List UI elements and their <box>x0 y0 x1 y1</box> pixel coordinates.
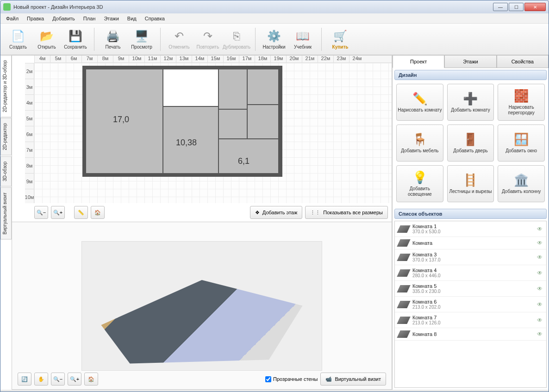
window-icon: 🪟 <box>514 132 529 147</box>
menu-edit[interactable]: Правка <box>23 15 48 22</box>
box-icon <box>397 269 410 277</box>
draw-room-button[interactable]: ✏️Нарисовать комнату <box>396 84 443 121</box>
buy-button[interactable]: 🛒Купить <box>326 27 354 51</box>
settings-button[interactable]: ⚙️Настройки <box>260 27 288 51</box>
menu-add[interactable]: Добавить <box>49 15 79 22</box>
file-icon: 📄 <box>11 29 25 44</box>
dimensions-icon: ⋮⋮ <box>310 210 320 216</box>
transparent-walls-checkbox[interactable]: Прозрачные стены <box>265 376 318 382</box>
add-door-button[interactable]: 🚪Добавить дверь <box>447 124 494 162</box>
object-row[interactable]: Комната 6213.0 x 202.0👁 <box>395 297 546 312</box>
home-button[interactable]: 🏠 <box>91 206 105 219</box>
floor-plan[interactable]: 17,0 10,38 6,1 <box>85 68 281 189</box>
eye-icon[interactable]: 👁 <box>537 301 543 308</box>
eye-icon[interactable]: 👁 <box>537 286 543 292</box>
eye-icon[interactable]: 👁 <box>537 240 543 246</box>
pan-button[interactable]: ✋ <box>34 373 48 386</box>
side-tabs: 2D-редактор и 3D-обзор 2D-редактор 3D-об… <box>0 55 12 390</box>
minimize-button[interactable]: — <box>493 3 508 11</box>
menu-floors[interactable]: Этажи <box>100 15 122 22</box>
menubar: Файл Правка Добавить План Этажи Вид Спра… <box>0 13 549 24</box>
redo-button[interactable]: ↷Повторить <box>194 27 222 51</box>
print-button[interactable]: 🖨️Печать <box>99 27 127 51</box>
objects-section-header: Список объектов <box>394 209 547 219</box>
object-row[interactable]: Комната 5335.0 x 230.0👁 <box>395 281 546 297</box>
redo-icon: ↷ <box>200 29 215 44</box>
object-name: Комната 7 <box>412 315 533 320</box>
rotate-360-button[interactable]: 🔄 <box>18 373 31 386</box>
stairs-button[interactable]: 🪜Лестницы и вырезы <box>447 165 494 202</box>
tab-2d-3d[interactable]: 2D-редактор и 3D-обзор <box>0 55 12 117</box>
show-dimensions-button[interactable]: ⋮⋮Показывать все размеры <box>305 206 388 219</box>
menu-help[interactable]: Справка <box>141 15 168 22</box>
add-furniture-button[interactable]: 🪑Добавить мебель <box>396 124 443 162</box>
add-light-button[interactable]: 💡Добавить освещение <box>396 165 443 202</box>
zoom-in-button[interactable]: 🔍+ <box>51 206 65 219</box>
add-window-button[interactable]: 🪟Добавить окно <box>498 124 545 162</box>
eye-icon[interactable]: 👁 <box>537 270 543 276</box>
object-row[interactable]: Комната 7213.0 x 126.0👁 <box>395 312 546 328</box>
menu-plan[interactable]: План <box>80 15 100 22</box>
box-icon <box>397 285 410 292</box>
layers-icon: ❖ <box>255 210 260 216</box>
tab-floors[interactable]: Этажи <box>444 55 496 68</box>
object-list-items[interactable]: Комната 1370.0 x 530.0👁Комната👁Комната 3… <box>394 221 547 388</box>
measure-button[interactable]: 📏 <box>74 206 88 219</box>
tab-3d-view[interactable]: 3D-обзор <box>0 156 12 187</box>
add-floor-button[interactable]: ❖Добавить этаж <box>250 206 302 219</box>
eye-icon[interactable]: 👁 <box>537 331 543 337</box>
door-icon: 🚪 <box>463 132 478 147</box>
home-3d-button[interactable]: 🏠 <box>84 373 98 386</box>
zoom-in-3d-button[interactable]: 🔍+ <box>68 373 81 386</box>
hand-icon: ✋ <box>38 376 44 382</box>
cart-icon: 🛒 <box>333 29 348 44</box>
right-panel: Проект Этажи Свойства Дизайн ✏️Нарисоват… <box>392 55 549 390</box>
preview-button[interactable]: 🖥️Просмотр <box>128 27 156 51</box>
2d-pane[interactable]: 4м5м6м7м8м9м10м11м12м13м14м15м16м17м18м1… <box>12 56 392 222</box>
box-icon <box>397 330 410 338</box>
tab-project[interactable]: Проект <box>393 55 444 68</box>
virtual-visit-button[interactable]: 📹Виртуальный визит <box>320 373 386 386</box>
tab-virtual-visit[interactable]: Виртуальный визит <box>0 187 12 240</box>
tab-2d-editor[interactable]: 2D-редактор <box>0 118 12 156</box>
bulb-icon: 💡 <box>412 170 427 185</box>
app-icon <box>3 3 11 11</box>
maximize-button[interactable]: ☐ <box>509 3 524 11</box>
object-row[interactable]: Комната 8👁 <box>395 328 546 341</box>
ruler-horizontal: 4м5м6м7м8м9м10м11м12м13м14м15м16м17м18м1… <box>34 56 392 63</box>
home-icon: 🏠 <box>88 376 94 382</box>
app-window: Новый проект - Дизайн Интерьера 3D — ☐ ✕… <box>0 0 549 392</box>
create-button[interactable]: 📄Создать <box>4 27 32 51</box>
3d-model-view[interactable] <box>81 241 322 371</box>
2d-canvas[interactable]: 17,0 10,38 6,1 <box>34 63 392 203</box>
3d-pane[interactable]: 🔄 ✋ 🔍− 🔍+ 🏠 Прозрачные стены 📹Виртуальны… <box>12 222 392 389</box>
tab-properties[interactable]: Свойства <box>497 55 549 68</box>
object-row[interactable]: Комната👁 <box>395 237 546 249</box>
duplicate-button[interactable]: ⎘Дублировать <box>223 27 250 51</box>
object-row[interactable]: Комната 4280.0 x 446.0👁 <box>395 265 546 281</box>
add-column-button[interactable]: 🏛️Добавить колонну <box>498 165 545 202</box>
eye-icon[interactable]: 👁 <box>537 317 543 324</box>
object-row[interactable]: Комната 3370.0 x 137.0👁 <box>395 249 546 265</box>
main-toolbar: 📄Создать 📂Открыть 💾Сохранить 🖨️Печать 🖥️… <box>0 24 549 55</box>
close-button[interactable]: ✕ <box>524 3 546 11</box>
add-room-button[interactable]: ➕Добавить комнату <box>447 84 494 121</box>
undo-icon: ↶ <box>172 29 187 44</box>
manual-button[interactable]: 📖Учебник <box>289 27 317 51</box>
undo-button[interactable]: ↶Отменить <box>165 27 193 51</box>
zoom-out-icon: 🔍− <box>53 376 62 382</box>
design-section-header: Дизайн <box>394 70 547 80</box>
object-list: Комната 1370.0 x 530.0👁Комната👁Комната 3… <box>393 221 549 390</box>
zoom-out-button[interactable]: 🔍− <box>34 206 48 219</box>
draw-partition-button[interactable]: 🧱Нарисовать перегородку <box>498 84 545 121</box>
ruler-vertical: 2м3м4м5м6м7м8м9м10м <box>25 63 34 203</box>
object-dimensions: 370.0 x 530.0 <box>412 229 533 234</box>
open-button[interactable]: 📂Открыть <box>33 27 61 51</box>
eye-icon[interactable]: 👁 <box>537 254 543 261</box>
zoom-out-3d-button[interactable]: 🔍− <box>51 373 65 386</box>
eye-icon[interactable]: 👁 <box>537 226 543 232</box>
object-row[interactable]: Комната 1370.0 x 530.0👁 <box>395 221 546 237</box>
save-button[interactable]: 💾Сохранить <box>62 27 89 51</box>
menu-file[interactable]: Файл <box>2 15 22 22</box>
menu-view[interactable]: Вид <box>124 15 140 22</box>
